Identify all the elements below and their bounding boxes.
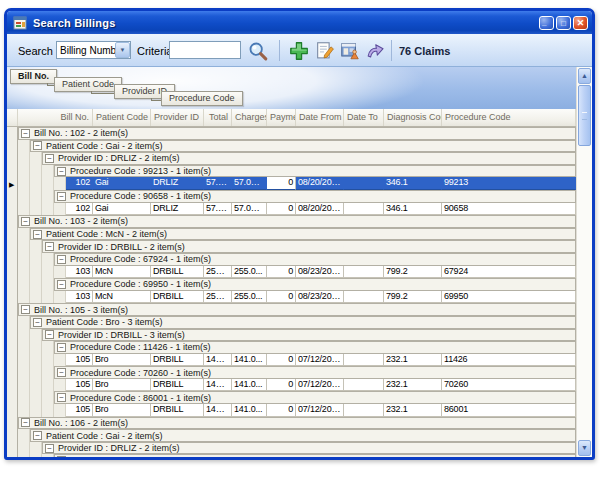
cell[interactable]: 105 [66,379,93,392]
cell[interactable]: 08/20/2004 [296,203,344,216]
collapse-icon[interactable]: − [57,456,66,457]
cell[interactable]: 255.0... [232,291,267,304]
group-bar[interactable]: −Procedure Code : 70260 - 1 item(s) [54,366,576,379]
cell[interactable]: 0 [267,203,296,216]
column-header-diagnosis-code[interactable]: Diagnosis Code [384,109,442,126]
cell[interactable]: Bro [93,379,151,392]
cell[interactable]: DRBILL [151,266,204,279]
group-row[interactable]: −Procedure Code : 67924 - 1 item(s) [18,253,576,266]
cell[interactable]: 67924 [442,266,576,279]
group-row[interactable]: −Patient Code : Bro - 3 item(s) [18,316,576,329]
cell[interactable]: 346.1 [384,203,442,216]
cell[interactable]: 232.1 [384,379,442,392]
group-row[interactable]: −Procedure Code : 99213 - 1 item(s) [18,165,576,178]
collapse-icon[interactable]: − [21,305,30,314]
cell[interactable] [344,291,384,304]
group-row[interactable]: −Procedure Code : 11426 - 1 item(s) [18,341,576,354]
group-bar[interactable]: −Procedure Code : 69950 - 1 item(s) [54,278,576,291]
group-bar[interactable]: −Provider ID : DRBILL - 3 item(s) [42,329,576,342]
collapse-icon[interactable]: − [57,255,66,264]
cell[interactable]: 105 [66,354,93,367]
cell[interactable]: Gai [93,203,151,216]
group-bar[interactable]: −Procedure Code : 99213 - 1 item(s) [54,165,576,178]
cell[interactable]: 346.1 [384,177,442,190]
group-bar[interactable]: −Bill No. : 106 - 2 item(s) [18,417,576,430]
group-bar[interactable]: −Procedure Code : 86001 - 1 item(s) [54,391,576,404]
group-field-procedure-code[interactable]: Procedure Code [161,91,243,106]
group-bar[interactable]: −Provider ID : DRLIZ - 2 item(s) [42,442,576,455]
cell[interactable] [344,203,384,216]
group-row[interactable]: −Patient Code : McN - 2 item(s) [18,228,576,241]
collapse-icon[interactable]: − [33,230,42,239]
minimize-button[interactable]: _ [539,16,554,30]
collapse-icon[interactable]: − [57,192,66,201]
cell[interactable]: 99213 [442,177,576,190]
table-row[interactable]: 102GaiDRLIZ57.00...57.0000008/20/2004346… [18,177,576,190]
column-header-charges[interactable]: Charges [232,109,267,126]
cell[interactable]: 0 [267,354,296,367]
cell[interactable] [344,379,384,392]
table-row[interactable]: 103McNDRBILL255.0...255.0...008/23/20047… [18,291,576,304]
cell[interactable]: 255.0... [204,266,232,279]
column-header-bill-no-[interactable]: Bill No. [18,109,93,126]
collapse-icon[interactable]: − [33,141,42,150]
group-row[interactable]: −Provider ID : DRLIZ - 2 item(s) [18,152,576,165]
group-bar[interactable]: −Patient Code : Gai - 2 item(s) [30,429,576,442]
table-row[interactable]: 105BroDRBILL141.0...141.0...007/12/20042… [18,379,576,392]
cell[interactable]: 08/20/2004 [296,177,344,190]
collapse-icon[interactable]: − [57,280,66,289]
cell[interactable]: 232.1 [384,404,442,417]
group-bar[interactable]: −Bill No. : 102 - 2 item(s) [18,127,576,140]
group-row[interactable]: −Patient Code : Gai - 2 item(s) [18,429,576,442]
table-row[interactable]: 105BroDRBILL141.0...141.0...007/12/20042… [18,354,576,367]
group-row[interactable]: −Procedure Code : 90658 - 1 item(s) [18,190,576,203]
group-row[interactable]: −Patient Code : Gai - 2 item(s) [18,140,576,153]
group-row[interactable]: −Provider ID : DRBILL - 2 item(s) [18,240,576,253]
search-button[interactable] [246,39,270,63]
group-row[interactable]: −Provider ID : DRBILL - 3 item(s) [18,329,576,342]
column-header-patient-code[interactable]: Patient Code [93,109,151,126]
cell[interactable]: Gai [93,177,151,190]
collapse-icon[interactable]: − [33,431,42,440]
column-header-provider-id[interactable]: Provider ID [151,109,204,126]
cell[interactable]: 103 [66,291,93,304]
group-bar[interactable]: −Patient Code : Gai - 2 item(s) [30,140,576,153]
group-bar[interactable]: −Patient Code : Bro - 3 item(s) [30,316,576,329]
cell[interactable]: Bro [93,404,151,417]
cell[interactable]: 141.0... [204,354,232,367]
cell[interactable]: 08/23/2004 [296,266,344,279]
cell[interactable]: 57.00... [204,177,232,190]
cell[interactable]: 70260 [442,379,576,392]
cell[interactable]: 11426 [442,354,576,367]
cell[interactable]: DRLIZ [151,177,204,190]
cell[interactable] [344,266,384,279]
collapse-icon[interactable]: − [45,242,54,251]
maximize-button[interactable]: □ [556,16,571,30]
swoosh-button[interactable] [363,39,387,63]
group-row[interactable]: −Provider ID : DRLIZ - 2 item(s) [18,442,576,455]
group-bar[interactable]: − [54,454,576,457]
table-row[interactable]: 105BroDRBILL141.0...141.0...007/12/20042… [18,404,576,417]
cell[interactable]: 0 [267,404,296,417]
cell[interactable]: 141.0... [204,404,232,417]
scroll-down-icon[interactable]: ▼ [578,440,591,456]
cell[interactable]: 57.0000 [232,177,267,190]
group-bar[interactable]: −Procedure Code : 67924 - 1 item(s) [54,253,576,266]
cell[interactable]: DRLIZ [151,203,204,216]
cell[interactable]: 57.00... [204,203,232,216]
collapse-icon[interactable]: − [45,330,54,339]
cell[interactable]: 232.1 [384,354,442,367]
cell[interactable]: 799.2 [384,266,442,279]
group-bar[interactable]: −Bill No. : 105 - 3 item(s) [18,303,576,316]
group-bar[interactable]: −Provider ID : DRBILL - 2 item(s) [42,240,576,253]
cell[interactable]: Bro [93,354,151,367]
group-row[interactable]: − [18,454,576,457]
report-button[interactable] [338,39,362,63]
cell[interactable]: 799.2 [384,291,442,304]
collapse-icon[interactable]: − [57,393,66,402]
cell[interactable]: 141.0... [232,354,267,367]
cell[interactable]: 07/12/2004 [296,379,344,392]
cell[interactable]: 102 [66,203,93,216]
group-field-patient-code[interactable]: Patient Code [54,77,122,92]
cell[interactable]: DRBILL [151,354,204,367]
